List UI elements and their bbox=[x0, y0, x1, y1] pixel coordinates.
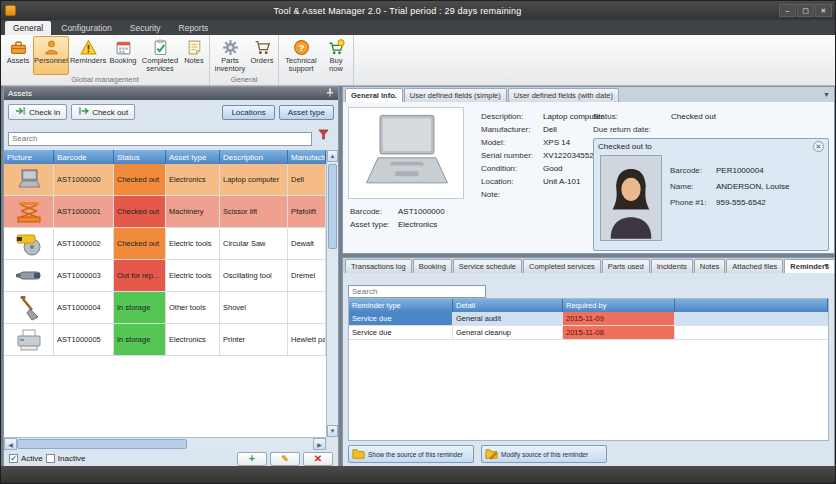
column-header[interactable]: Required by bbox=[563, 299, 675, 312]
column-header[interactable]: Asset type bbox=[166, 150, 220, 164]
inactive-checkbox[interactable] bbox=[46, 454, 55, 463]
column-header[interactable]: Barcode bbox=[54, 150, 114, 164]
table-row[interactable]: AST1000005 In storage Electronics Printe… bbox=[4, 324, 326, 356]
reminder-actions: Show the source of this reminder Modify … bbox=[348, 445, 607, 463]
asset-description-cell: Shovel bbox=[220, 292, 288, 323]
column-header[interactable]: Manufacturer bbox=[288, 150, 326, 164]
modify-source-button[interactable]: Modify source of this reminder bbox=[481, 445, 607, 463]
column-header[interactable]: Picture bbox=[4, 150, 54, 164]
reminder-search-input[interactable] bbox=[348, 285, 486, 298]
assets-button[interactable]: Assets bbox=[3, 36, 33, 75]
reminders-button[interactable]: Reminders bbox=[69, 36, 107, 75]
due-return-label: Due return date: bbox=[593, 123, 671, 136]
reminders-table: Reminder type Detail Required by Service… bbox=[348, 298, 829, 441]
personnel-button[interactable]: Personnel bbox=[33, 36, 69, 75]
edit-asset-button[interactable]: ✎ bbox=[270, 452, 300, 466]
app-icon bbox=[5, 5, 16, 16]
tab-parts-used[interactable]: Parts used bbox=[602, 259, 650, 273]
asset-type-cell: Electronics bbox=[166, 324, 220, 355]
status-value: Checked out bbox=[671, 110, 716, 123]
ribbon-group-label: General bbox=[212, 75, 276, 85]
column-header[interactable]: Description bbox=[220, 150, 288, 164]
scrollbar-thumb[interactable] bbox=[328, 164, 337, 249]
check-in-button[interactable]: Check in bbox=[8, 104, 67, 120]
booking-button[interactable]: Booking bbox=[107, 36, 139, 75]
tab-reports[interactable]: Reports bbox=[171, 21, 217, 35]
asset-thumbnail-laptop bbox=[4, 164, 54, 195]
locations-button[interactable]: Locations bbox=[222, 105, 274, 120]
pin-icon[interactable] bbox=[326, 88, 334, 99]
scrollbar-thumb[interactable] bbox=[17, 439, 187, 449]
checked-out-to-box: Checked out to ✕ Barcode:PER1000004 Name… bbox=[593, 138, 829, 251]
person-name-value: ANDERSON, Louise bbox=[716, 179, 789, 195]
tab-attached-files[interactable]: Attached files bbox=[726, 259, 783, 273]
column-header[interactable]: Reminder type bbox=[349, 299, 453, 312]
tab-completed-services[interactable]: Completed services bbox=[523, 259, 601, 273]
collapse-panel-icon[interactable]: ▼ bbox=[823, 262, 830, 269]
completed-services-button[interactable]: Completed services bbox=[139, 36, 181, 75]
maximize-button[interactable]: ▢ bbox=[797, 4, 814, 17]
asset-type-button[interactable]: Asset type bbox=[279, 105, 334, 120]
asset-search-input[interactable] bbox=[8, 132, 312, 146]
asset-description-cell: Circular Saw bbox=[220, 228, 288, 259]
table-row[interactable]: AST1000002 Checked out Electric tools Ci… bbox=[4, 228, 326, 260]
parts-inventory-button[interactable]: Parts inventory bbox=[212, 36, 248, 75]
scroll-right-icon[interactable]: ▶ bbox=[313, 438, 326, 450]
column-header[interactable]: Detail bbox=[453, 299, 563, 312]
asset-manufacturer-cell bbox=[288, 292, 326, 323]
check-out-icon bbox=[78, 106, 89, 118]
delete-asset-button[interactable]: ✕ bbox=[303, 452, 333, 466]
note-icon bbox=[186, 39, 203, 56]
tab-general-info[interactable]: General info. bbox=[345, 88, 403, 102]
scroll-left-icon[interactable]: ◀ bbox=[4, 438, 17, 450]
add-asset-button[interactable]: + bbox=[237, 452, 267, 466]
tab-booking[interactable]: Booking bbox=[413, 259, 452, 273]
person-name-label: Name: bbox=[670, 179, 716, 195]
person-barcode-label: Barcode: bbox=[670, 163, 716, 179]
tab-general[interactable]: General bbox=[5, 21, 51, 35]
tab-security[interactable]: Security bbox=[122, 21, 169, 35]
scroll-down-icon[interactable]: ▼ bbox=[327, 425, 338, 437]
tab-udf-date[interactable]: User defined fields (with date) bbox=[508, 88, 619, 102]
assets-panel-title: Assets bbox=[8, 89, 326, 98]
barcode-label: Barcode: bbox=[350, 205, 398, 218]
asset-description-cell: Scissor lift bbox=[220, 196, 288, 227]
filter-icon[interactable] bbox=[316, 127, 330, 141]
activity-panel: Transactions log Booking Service schedul… bbox=[342, 257, 835, 468]
ribbon: Assets Personnel Reminders Booking Compl… bbox=[1, 35, 835, 86]
minimize-button[interactable]: – bbox=[779, 4, 796, 17]
assets-toolbar: Check in Check out Locations Asset type bbox=[4, 100, 338, 124]
folder-edit-icon bbox=[485, 447, 498, 461]
tab-udf-simple[interactable]: User defined fields (simple) bbox=[404, 88, 507, 102]
person-barcode-value: PER1000004 bbox=[716, 163, 764, 179]
tab-service-schedule[interactable]: Service schedule bbox=[453, 259, 522, 273]
table-row[interactable]: AST1000003 Out for rep... Electric tools… bbox=[4, 260, 326, 292]
close-icon[interactable]: ✕ bbox=[813, 141, 824, 152]
buy-now-button[interactable]: Buy now bbox=[321, 36, 351, 75]
gear-icon bbox=[222, 39, 239, 56]
active-checkbox[interactable]: ✓ bbox=[9, 454, 18, 463]
tab-configuration[interactable]: Configuration bbox=[53, 21, 120, 35]
show-source-button[interactable]: Show the source of this reminder bbox=[348, 445, 474, 463]
tab-transactions-log[interactable]: Transactions log bbox=[345, 259, 412, 273]
table-row[interactable]: AST1000000 Checked out Electronics Lapto… bbox=[4, 164, 326, 196]
reminder-row[interactable]: Service due General cleanup 2015-11-08 bbox=[349, 326, 828, 340]
notes-button[interactable]: Notes bbox=[181, 36, 207, 75]
reminder-date-cell: 2015-11-09 bbox=[563, 312, 675, 325]
horizontal-scrollbar[interactable]: ◀ ▶ bbox=[4, 437, 326, 450]
table-row[interactable]: AST1000001 Checked out Machinery Scissor… bbox=[4, 196, 326, 228]
tab-incidents[interactable]: Incidents bbox=[651, 259, 693, 273]
close-button[interactable]: ✕ bbox=[815, 4, 832, 17]
tab-notes[interactable]: Notes bbox=[694, 259, 726, 273]
scroll-up-icon[interactable]: ▲ bbox=[327, 150, 338, 162]
table-row[interactable]: AST1000004 In storage Other tools Shovel bbox=[4, 292, 326, 324]
orders-button[interactable]: Orders bbox=[248, 36, 276, 75]
reminder-row[interactable]: Service due General audit 2015-11-09 bbox=[349, 312, 828, 326]
vertical-scrollbar[interactable]: ▲ ▼ bbox=[326, 150, 338, 437]
column-header[interactable]: Status bbox=[114, 150, 166, 164]
check-out-button[interactable]: Check out bbox=[71, 104, 135, 120]
title-bar: Tool & Asset Manager 2.0 - Trial period … bbox=[1, 1, 835, 20]
status-bar bbox=[1, 466, 835, 483]
collapse-panel-icon[interactable]: ▼ bbox=[823, 91, 830, 98]
technical-support-button[interactable]: ? Technical support bbox=[281, 36, 321, 75]
